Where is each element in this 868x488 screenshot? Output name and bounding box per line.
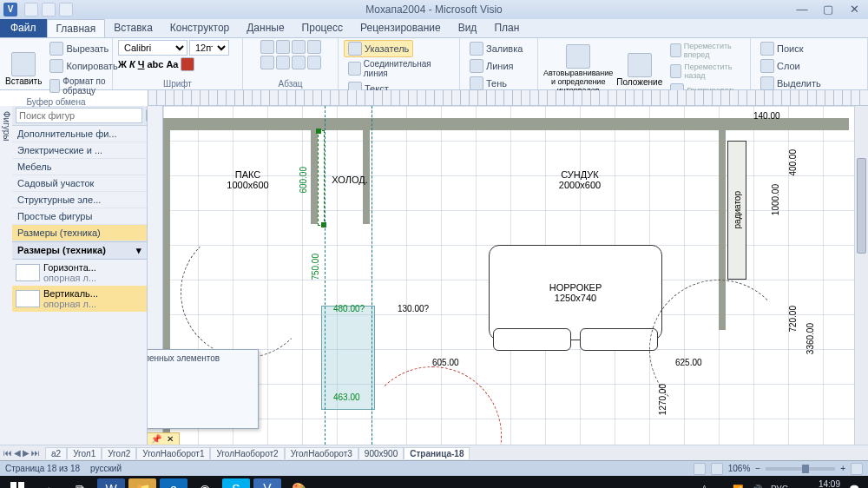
- redo-icon[interactable]: [59, 3, 73, 16]
- align-left-icon[interactable]: [260, 40, 274, 54]
- sheet-tab[interactable]: Угол2: [102, 447, 136, 459]
- taskbar-chrome-icon[interactable]: ◉: [191, 478, 219, 488]
- select-button[interactable]: Выделить: [756, 75, 825, 92]
- rotate-text-icon[interactable]: [307, 56, 321, 69]
- tray-volume-icon[interactable]: 🔊: [752, 485, 762, 489]
- font-color-icon[interactable]: [181, 57, 194, 71]
- shadow-button[interactable]: Тень: [465, 75, 511, 92]
- fill-button[interactable]: Заливка: [465, 40, 527, 57]
- selection-handles[interactable]: [318, 130, 325, 226]
- stencil-category-selected[interactable]: Размеры (техника): [12, 225, 147, 241]
- valign-top-icon[interactable]: [260, 56, 274, 69]
- start-button[interactable]: [3, 478, 31, 488]
- stencil-category[interactable]: Структурные эле...: [12, 192, 147, 208]
- stencil-category[interactable]: Дополнительные фи...: [12, 126, 147, 142]
- sheet-tab-active[interactable]: Страница-18: [404, 447, 470, 459]
- sheet-nav-prev[interactable]: ◀: [14, 448, 21, 458]
- zoom-out-button[interactable]: −: [755, 464, 760, 473]
- tab-process[interactable]: Процесс: [293, 19, 352, 37]
- sheet-nav-last[interactable]: ⏭: [31, 448, 40, 458]
- tray-language[interactable]: РУС: [771, 485, 788, 489]
- fit-page-icon[interactable]: [851, 463, 863, 475]
- search-icon[interactable]: ⌕: [35, 478, 62, 488]
- room-holod[interactable]: ХОЛОД.: [324, 141, 376, 219]
- tab-home[interactable]: Главная: [47, 19, 106, 37]
- zoom-slider[interactable]: [766, 467, 835, 471]
- file-tab[interactable]: Файл: [0, 19, 47, 37]
- tray-network-icon[interactable]: 📶: [733, 485, 743, 489]
- valign-mid-icon[interactable]: [276, 56, 290, 69]
- tab-insert[interactable]: Вставка: [105, 19, 161, 37]
- sheet-tab[interactable]: УголНаоборот2: [210, 447, 284, 459]
- chevron-down-icon[interactable]: ▾: [136, 245, 141, 256]
- font-name-select[interactable]: Calibri: [118, 40, 187, 56]
- view-fullscreen-icon[interactable]: [711, 463, 723, 475]
- layers-button[interactable]: Слои: [756, 57, 805, 75]
- tray-notifications-icon[interactable]: 💬: [849, 485, 859, 489]
- stencil-category[interactable]: Мебель: [12, 159, 147, 175]
- stencil-category[interactable]: Простые фигуры: [12, 208, 147, 225]
- sheet-tab[interactable]: УголНаоборот1: [136, 447, 210, 459]
- view-normal-icon[interactable]: [694, 463, 706, 475]
- font-size-select[interactable]: 12пт: [189, 40, 229, 56]
- tab-design[interactable]: Конструктор: [161, 19, 238, 37]
- undo-icon[interactable]: [42, 3, 56, 16]
- taskbar-skype-icon[interactable]: S: [222, 478, 250, 488]
- scrollbar-thumb[interactable]: [857, 158, 866, 254]
- copy-button[interactable]: Копировать: [45, 57, 122, 75]
- furniture-chair-1[interactable]: [493, 328, 571, 351]
- stencil-item[interactable]: Горизонта...опорная л...: [12, 260, 147, 286]
- minimize-button[interactable]: —: [792, 3, 812, 16]
- shape-search-input[interactable]: [16, 108, 142, 123]
- close-button[interactable]: ✕: [844, 3, 865, 16]
- align-justify-icon[interactable]: [307, 40, 321, 54]
- italic-button[interactable]: К: [129, 59, 135, 69]
- align-right-icon[interactable]: [292, 40, 306, 54]
- cut-button[interactable]: Вырезать: [45, 40, 122, 57]
- vertical-scrollbar[interactable]: [854, 106, 868, 445]
- sheet-tab[interactable]: Угол1: [67, 447, 102, 459]
- taskbar-word-icon[interactable]: W: [97, 478, 125, 488]
- tab-data[interactable]: Данные: [238, 19, 293, 37]
- drawing-canvas[interactable]: ПАКС1000x600 ХОЛОД. СУНДУК2000x600 НОРРО…: [163, 106, 854, 445]
- language-indicator[interactable]: русский: [90, 464, 122, 473]
- stencil-item-selected[interactable]: Вертикаль...опорная л...: [12, 286, 147, 312]
- valign-bot-icon[interactable]: [292, 56, 306, 69]
- align-center-icon[interactable]: [276, 40, 290, 54]
- tab-review[interactable]: Рецензирование: [352, 19, 450, 37]
- position-icon[interactable]: [628, 53, 652, 77]
- autoalign-icon[interactable]: [566, 44, 590, 69]
- tray-chevron-up-icon[interactable]: ˄: [702, 485, 707, 489]
- taskbar-explorer-icon[interactable]: 📁: [128, 478, 156, 488]
- stencil-category[interactable]: Электрические и ...: [12, 142, 147, 159]
- size-position-window[interactable]: Нет выделенных элементов: [148, 349, 259, 429]
- maximize-button[interactable]: ▢: [818, 3, 838, 16]
- sheet-tab[interactable]: 900x900: [358, 447, 404, 459]
- bold-button[interactable]: Ж: [118, 59, 127, 69]
- strike-button[interactable]: abc: [147, 59, 163, 69]
- position-button[interactable]: Положение: [616, 77, 662, 87]
- taskbar-paint-icon[interactable]: 🎨: [285, 478, 312, 488]
- paste-button[interactable]: Вставить: [5, 76, 42, 86]
- task-view-icon[interactable]: ⧉: [66, 478, 94, 488]
- furniture-norroker[interactable]: НОРРОКЕР1250x740: [489, 245, 662, 340]
- tray-onedrive-icon[interactable]: ☁: [715, 485, 724, 489]
- paste-icon[interactable]: [11, 52, 36, 76]
- sheet-nav-first[interactable]: ⏮: [3, 448, 12, 458]
- furniture-radiator[interactable]: радиатор: [727, 141, 746, 280]
- connector-tool-button[interactable]: Соединительная линия: [344, 57, 454, 80]
- taskbar-visio-icon[interactable]: V: [253, 478, 281, 488]
- taskbar-edge-icon[interactable]: e: [160, 478, 187, 488]
- zoom-in-button[interactable]: +: [840, 464, 845, 473]
- format-painter-button[interactable]: Формат по образцу: [45, 75, 122, 97]
- line-button[interactable]: Линия: [465, 57, 518, 75]
- sheet-tab[interactable]: a2: [45, 447, 67, 459]
- sheet-nav-next[interactable]: ▶: [23, 448, 30, 458]
- text-case-button[interactable]: Aa: [166, 59, 178, 69]
- room-paks[interactable]: ПАКС1000x600: [189, 141, 306, 219]
- floating-window-tab[interactable]: Размер и полож... 📌 ✕: [148, 432, 180, 445]
- underline-button[interactable]: Ч: [138, 59, 145, 69]
- bring-front-button[interactable]: Переместить вперед: [666, 40, 745, 61]
- pin-icon[interactable]: 📌: [151, 434, 161, 444]
- sheet-tab[interactable]: УголНаоборот3: [285, 447, 358, 459]
